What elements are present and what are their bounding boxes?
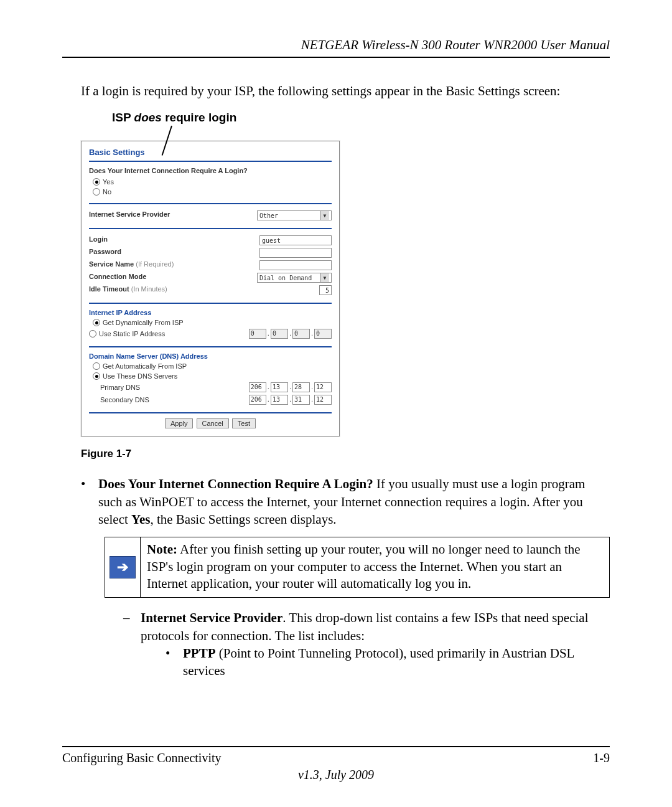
radio-icon bbox=[89, 330, 96, 337]
login-question: Does Your Internet Connection Require A … bbox=[89, 167, 332, 174]
footer-page: 1-9 bbox=[593, 751, 610, 765]
divider bbox=[89, 203, 332, 204]
body-text: • Does Your Internet Connection Require … bbox=[81, 475, 610, 697]
callout-suffix: require login bbox=[162, 111, 236, 124]
static-ip-input[interactable]: 0.0.0.0 bbox=[249, 329, 332, 339]
connection-mode-select[interactable]: Dial on Demand ▼ bbox=[257, 273, 332, 283]
apply-button[interactable]: Apply bbox=[165, 418, 194, 428]
cancel-button[interactable]: Cancel bbox=[197, 418, 229, 428]
does-login-lead: Does Your Internet Connection Require A … bbox=[98, 476, 373, 491]
radio-ip-static[interactable]: Use Static IP Address bbox=[89, 329, 165, 339]
radio-no-label: No bbox=[103, 188, 111, 196]
dns-heading: Domain Name Server (DNS) Address bbox=[89, 352, 332, 360]
pptp-lead: PPTP bbox=[183, 646, 216, 661]
isp-lead: Internet Service Provider bbox=[141, 610, 282, 625]
callout: ISP does require login bbox=[112, 111, 610, 136]
radio-no[interactable]: No bbox=[93, 187, 332, 197]
note-box: ➔ Note: After you finish setting up your… bbox=[105, 537, 610, 598]
radio-icon bbox=[93, 372, 100, 380]
idle-timeout-input[interactable]: 5 bbox=[319, 285, 332, 295]
connection-mode-label: Connection Mode bbox=[89, 273, 257, 280]
test-button[interactable]: Test bbox=[232, 418, 256, 428]
page-footer: Configuring Basic Connectivity 1-9 v1.3,… bbox=[62, 740, 610, 782]
note-arrow-icon: ➔ bbox=[105, 537, 141, 597]
primary-dns-input[interactable]: 206.13.28.12 bbox=[249, 382, 332, 392]
idle-timeout-label: Idle Timeout (In Minutes) bbox=[89, 285, 319, 293]
divider bbox=[89, 346, 332, 347]
page-header: NETGEAR Wireless-N 300 Router WNR2000 Us… bbox=[62, 37, 610, 58]
radio-yes-label: Yes bbox=[103, 178, 114, 186]
footer-version: v1.3, July 2009 bbox=[62, 768, 610, 782]
secondary-dns-label: Secondary DNS bbox=[100, 396, 249, 404]
service-name-label: Service Name (If Required) bbox=[89, 260, 259, 268]
radio-ip-dynamic[interactable]: Get Dynamically From ISP bbox=[93, 318, 332, 328]
radio-dns-auto[interactable]: Get Automatically From ISP bbox=[93, 361, 332, 371]
radio-icon bbox=[93, 319, 100, 326]
service-name-input[interactable] bbox=[259, 260, 332, 270]
basic-settings-panel: Basic Settings Does Your Internet Connec… bbox=[81, 141, 340, 437]
radio-no-icon bbox=[93, 188, 100, 196]
internet-ip-heading: Internet IP Address bbox=[89, 309, 332, 316]
chevron-down-icon: ▼ bbox=[320, 211, 329, 220]
secondary-dns-input[interactable]: 206.13.31.12 bbox=[249, 395, 332, 405]
isp-label: Internet Service Provider bbox=[89, 210, 257, 218]
login-input[interactable]: guest bbox=[259, 235, 332, 245]
callout-prefix: ISP bbox=[112, 111, 134, 124]
password-input[interactable] bbox=[259, 248, 332, 258]
login-label: Login bbox=[89, 235, 259, 243]
isp-select-value: Other bbox=[259, 212, 278, 219]
chevron-down-icon: ▼ bbox=[320, 273, 329, 282]
panel-title: Basic Settings bbox=[89, 148, 332, 162]
radio-icon bbox=[93, 362, 100, 370]
intro-paragraph: If a login is required by your ISP, the … bbox=[81, 83, 610, 100]
password-label: Password bbox=[89, 248, 259, 255]
radio-dns-use[interactable]: Use These DNS Servers bbox=[93, 371, 332, 381]
isp-select[interactable]: Other ▼ bbox=[257, 210, 332, 220]
callout-em: does bbox=[134, 111, 162, 124]
primary-dns-label: Primary DNS bbox=[100, 384, 249, 391]
footer-section: Configuring Basic Connectivity bbox=[62, 751, 222, 765]
radio-yes[interactable]: Yes bbox=[93, 177, 332, 187]
figure-label: Figure 1-7 bbox=[81, 448, 610, 460]
connection-mode-value: Dial on Demand bbox=[259, 275, 312, 281]
radio-yes-icon bbox=[93, 178, 100, 186]
divider bbox=[89, 228, 332, 229]
divider bbox=[89, 303, 332, 304]
